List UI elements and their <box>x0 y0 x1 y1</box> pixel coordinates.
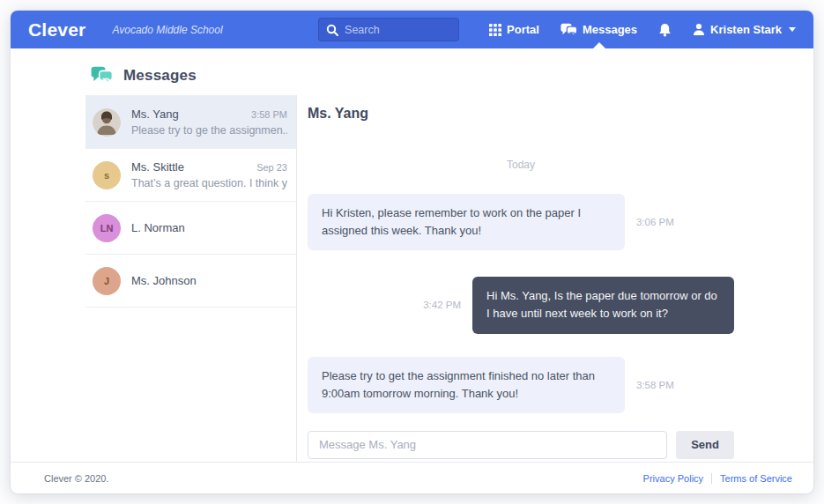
person-icon <box>693 23 705 36</box>
conversation-name: Ms. Skittle <box>131 160 184 174</box>
outgoing-message-bubble: Hi Ms. Yang, Is the paper due tomorrow o… <box>472 277 734 333</box>
chat-header: Ms. Yang <box>308 106 734 122</box>
avatar: LN <box>93 214 121 242</box>
user-name: Kristen Stark <box>710 23 782 36</box>
message-row: 3:42 PM Hi Ms. Yang, Is the paper due to… <box>308 277 734 333</box>
nav-item-portal[interactable]: Portal <box>489 23 539 36</box>
navbar-links: Portal Messages <box>489 23 796 37</box>
user-menu[interactable]: Kristen Stark <box>693 23 796 36</box>
message-composer: Send <box>308 413 734 459</box>
avatar: J <box>93 267 121 295</box>
navbar: Clever Avocado Middle School Portal <box>11 11 813 48</box>
bell-icon <box>658 23 672 37</box>
chat-bubbles-icon <box>560 23 577 37</box>
conversation-list: Ms. Yang 3:58 PM Please try to ge the as… <box>85 95 297 462</box>
school-name: Avocado Middle School <box>112 24 222 36</box>
message-row: Hi Kristen, please remember to work on t… <box>308 194 734 250</box>
send-button[interactable]: Send <box>676 431 734 459</box>
message-timestamp: 3:06 PM <box>636 217 674 227</box>
conversation-time: Sep 23 <box>256 162 287 173</box>
chat-pane: Ms. Yang Today Hi Kristen, please rememb… <box>297 95 813 462</box>
conversation-name: Ms. Yang <box>131 107 179 121</box>
message-row: Please try to get the assignment finishe… <box>308 357 734 413</box>
nav-portal-label: Portal <box>507 23 539 36</box>
terms-of-service-link[interactable]: Terms of Service <box>720 473 792 484</box>
search-input[interactable] <box>345 24 451 36</box>
day-divider: Today <box>308 159 734 171</box>
search-box[interactable] <box>318 18 459 41</box>
clever-logo[interactable]: Clever <box>28 19 85 41</box>
conversation-time: 3:58 PM <box>251 109 287 120</box>
app-window: Clever Avocado Middle School Portal <box>11 11 813 493</box>
messages-title-icon <box>91 66 113 85</box>
nav-messages-label: Messages <box>583 23 637 36</box>
conversation-item-ms-johnson[interactable]: J Ms. Johnson <box>85 255 296 308</box>
nav-item-messages[interactable]: Messages <box>560 23 637 37</box>
grid-icon <box>489 24 501 36</box>
message-timestamp: 3:58 PM <box>636 380 674 390</box>
messages-body: Ms. Yang 3:58 PM Please try to ge the as… <box>11 95 813 462</box>
footer: Clever © 2020. Privacy Policy Terms of S… <box>11 462 813 493</box>
conversation-item-ms-yang[interactable]: Ms. Yang 3:58 PM Please try to ge the as… <box>85 96 296 149</box>
privacy-policy-link[interactable]: Privacy Policy <box>643 473 703 484</box>
footer-links: Privacy Policy Terms of Service <box>643 473 792 484</box>
conversation-item-l-norman[interactable]: LN L. Norman <box>85 202 296 255</box>
link-separator <box>711 473 712 484</box>
conversation-name: Ms. Johnson <box>131 274 197 287</box>
conversation-preview: Please try to ge the assignmen... <box>131 124 287 137</box>
conversation-preview: That’s a great question. I think y... <box>131 177 287 189</box>
page-title-row: Messages <box>11 48 813 95</box>
search-icon <box>326 24 338 36</box>
avatar: s <box>93 161 121 189</box>
chevron-down-icon <box>789 27 796 32</box>
conversation-item-ms-skittle[interactable]: s Ms. Skittle Sep 23 That’s a great ques… <box>85 149 296 202</box>
page-title: Messages <box>123 67 197 85</box>
nav-item-notifications[interactable] <box>658 23 672 37</box>
message-input[interactable] <box>308 431 667 459</box>
incoming-message-bubble: Hi Kristen, please remember to work on t… <box>308 194 625 250</box>
copyright-text: Clever © 2020. <box>44 473 109 484</box>
incoming-message-bubble: Please try to get the assignment finishe… <box>308 357 625 413</box>
message-timestamp: 3:42 PM <box>423 300 461 310</box>
conversation-name: L. Norman <box>131 221 185 234</box>
avatar <box>93 108 121 137</box>
